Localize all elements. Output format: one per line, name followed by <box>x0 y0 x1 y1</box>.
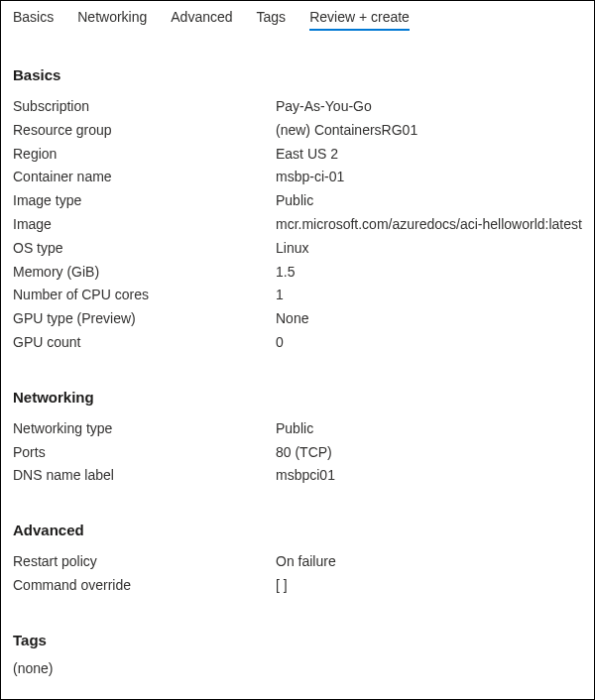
section-advanced: Advanced Restart policy On failure Comma… <box>13 522 582 598</box>
label-ports: Ports <box>13 441 276 465</box>
label-dns-name: DNS name label <box>13 464 276 488</box>
row-resource-group: Resource group (new) ContainersRG01 <box>13 119 582 143</box>
row-os-type: OS type Linux <box>13 237 582 261</box>
row-restart-policy: Restart policy On failure <box>13 550 582 574</box>
label-command-override: Command override <box>13 574 276 598</box>
review-create-panel: Basics Networking Advanced Tags Review +… <box>0 0 595 700</box>
label-os-type: OS type <box>13 237 276 261</box>
value-os-type: Linux <box>276 237 308 261</box>
label-resource-group: Resource group <box>13 119 276 143</box>
row-gpu-type: GPU type (Preview) None <box>13 307 582 331</box>
row-image: Image mcr.microsoft.com/azuredocs/aci-he… <box>13 213 582 237</box>
value-memory: 1.5 <box>276 261 295 285</box>
label-gpu-count: GPU count <box>13 331 276 355</box>
value-command-override: [ ] <box>276 574 288 598</box>
value-restart-policy: On failure <box>276 550 336 574</box>
label-subscription: Subscription <box>13 95 276 119</box>
value-resource-group: (new) ContainersRG01 <box>276 119 417 143</box>
row-dns-name: DNS name label msbpci01 <box>13 464 582 488</box>
label-gpu-type: GPU type (Preview) <box>13 307 276 331</box>
tab-advanced[interactable]: Advanced <box>171 9 232 31</box>
label-restart-policy: Restart policy <box>13 550 276 574</box>
label-image: Image <box>13 213 276 237</box>
label-memory: Memory (GiB) <box>13 261 276 285</box>
value-networking-type: Public <box>276 417 313 441</box>
value-cpu-cores: 1 <box>276 284 284 307</box>
row-gpu-count: GPU count 0 <box>13 331 582 355</box>
value-ports: 80 (TCP) <box>276 441 332 465</box>
section-tags: Tags (none) <box>13 632 582 676</box>
value-gpu-count: 0 <box>276 331 284 355</box>
row-cpu-cores: Number of CPU cores 1 <box>13 284 582 307</box>
section-title-tags: Tags <box>13 632 582 648</box>
section-networking: Networking Networking type Public Ports … <box>13 389 582 488</box>
row-command-override: Command override [ ] <box>13 574 582 598</box>
tab-tags[interactable]: Tags <box>257 9 287 31</box>
row-container-name: Container name msbp-ci-01 <box>13 166 582 189</box>
tab-basics[interactable]: Basics <box>13 9 54 31</box>
row-ports: Ports 80 (TCP) <box>13 441 582 465</box>
row-networking-type: Networking type Public <box>13 417 582 441</box>
value-container-name: msbp-ci-01 <box>276 166 344 189</box>
row-image-type: Image type Public <box>13 189 582 213</box>
value-subscription: Pay-As-You-Go <box>276 95 372 119</box>
section-title-networking: Networking <box>13 389 582 406</box>
value-region: East US 2 <box>276 143 338 167</box>
row-region: Region East US 2 <box>13 143 582 167</box>
value-tags-none: (none) <box>13 660 582 676</box>
row-subscription: Subscription Pay-As-You-Go <box>13 95 582 119</box>
tab-bar: Basics Networking Advanced Tags Review +… <box>13 9 582 33</box>
label-region: Region <box>13 143 276 167</box>
section-title-advanced: Advanced <box>13 522 582 538</box>
label-networking-type: Networking type <box>13 417 276 441</box>
row-memory: Memory (GiB) 1.5 <box>13 261 582 285</box>
label-container-name: Container name <box>13 166 276 189</box>
section-title-basics: Basics <box>13 66 582 83</box>
tab-review-create[interactable]: Review + create <box>309 9 410 31</box>
label-cpu-cores: Number of CPU cores <box>13 284 276 307</box>
value-dns-name: msbpci01 <box>276 464 335 488</box>
value-image-type: Public <box>276 189 313 213</box>
value-gpu-type: None <box>276 307 308 331</box>
tab-networking[interactable]: Networking <box>77 9 147 31</box>
section-basics: Basics Subscription Pay-As-You-Go Resour… <box>13 66 582 355</box>
value-image: mcr.microsoft.com/azuredocs/aci-hellowor… <box>276 213 582 237</box>
label-image-type: Image type <box>13 189 276 213</box>
